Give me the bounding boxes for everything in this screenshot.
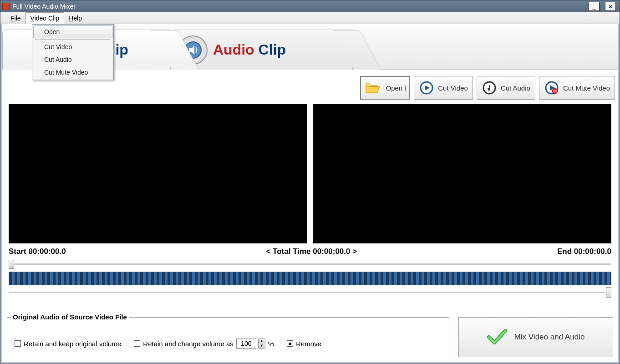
tab-audio-label: Audio Clip: [213, 41, 286, 58]
remove-checkbox[interactable]: ■ Remove: [287, 340, 321, 348]
percent-label: %: [268, 340, 274, 348]
start-time-label: Start 00:00:00.0: [9, 247, 66, 256]
cut-mute-video-label: Cut Mute Video: [563, 84, 610, 92]
retain-keep-checkbox[interactable]: Retain and keep original volume: [15, 340, 121, 348]
playhead-slider[interactable]: [9, 260, 611, 269]
range-end-slider[interactable]: [9, 287, 611, 298]
play-icon: [419, 80, 434, 96]
end-time-label: End 00:00:00.0: [557, 247, 611, 256]
mix-video-audio-button[interactable]: Mix Video and Audio: [458, 317, 613, 357]
window-controls: _ ×: [589, 2, 620, 11]
minimize-button[interactable]: _: [589, 2, 600, 11]
spin-down[interactable]: ▼: [259, 344, 265, 348]
volume-input[interactable]: [236, 339, 256, 349]
cut-video-button[interactable]: Cut Video: [414, 76, 473, 100]
checkmark-icon: [487, 328, 507, 347]
close-button[interactable]: ×: [605, 2, 616, 11]
open-label: Open: [383, 83, 406, 93]
checkbox-icon: ■: [287, 340, 293, 347]
app-window: Full Video Audio Mixer _ × File Video Cl…: [0, 0, 620, 364]
cut-mute-video-button[interactable]: Cut Mute Video: [539, 76, 615, 100]
original-audio-legend: Original Audio of Source Video File: [11, 313, 129, 321]
titlebar: Full Video Audio Mixer _ ×: [0, 0, 620, 12]
remove-label: Remove: [296, 340, 321, 348]
menubar: File Video Clip Help: [0, 12, 620, 24]
window-title: Full Video Audio Mixer: [12, 3, 76, 10]
cut-video-label: Cut Video: [438, 84, 468, 92]
dropdown-cut-video[interactable]: Cut Video: [33, 40, 112, 53]
retain-keep-label: Retain and keep original volume: [24, 340, 121, 348]
preview-row: [9, 104, 611, 243]
tab-audio-clip[interactable]: Audio Clip: [171, 30, 353, 70]
playhead-thumb[interactable]: [9, 260, 14, 269]
dropdown-open[interactable]: Open: [33, 25, 112, 38]
mute-icon: [544, 80, 559, 96]
spin-up[interactable]: ▲: [259, 339, 265, 344]
mix-label: Mix Video and Audio: [514, 333, 585, 342]
open-button[interactable]: Open: [360, 76, 411, 100]
checkbox-icon: [15, 340, 21, 347]
retain-change-checkbox[interactable]: Retain and change volume as ▲▼ %: [134, 339, 274, 349]
video-clip-dropdown: Open Cut Video Cut Audio Cut Mute Video: [32, 24, 114, 80]
spinner[interactable]: ▲▼: [258, 339, 265, 349]
music-note-icon: [482, 80, 497, 96]
total-time-label: < Total Time 00:00:00.0 >: [266, 247, 357, 256]
range-end-thumb[interactable]: [606, 287, 611, 298]
folder-open-icon: [365, 80, 380, 96]
app-icon: [2, 3, 10, 10]
dropdown-cut-audio[interactable]: Cut Audio: [33, 53, 112, 66]
range-bar[interactable]: [9, 272, 611, 285]
dropdown-cut-mute-video[interactable]: Cut Mute Video: [33, 66, 112, 79]
time-row: Start 00:00:00.0 < Total Time 00:00:00.0…: [9, 247, 611, 256]
menu-file[interactable]: File: [6, 12, 25, 24]
menu-help[interactable]: Help: [64, 12, 86, 24]
bottom-row: Original Audio of Source Video File Reta…: [7, 317, 613, 357]
checkbox-icon: [134, 340, 140, 347]
preview-right: [313, 104, 611, 243]
dropdown-separator: [35, 39, 111, 40]
volume-stepper[interactable]: ▲▼: [236, 339, 265, 349]
toolbar: Open Cut Video Cut Audio Cut Mute Vide: [360, 75, 615, 101]
cut-audio-button[interactable]: Cut Audio: [477, 76, 535, 100]
original-audio-group: Original Audio of Source Video File Reta…: [7, 317, 449, 357]
cut-audio-label: Cut Audio: [501, 84, 530, 92]
preview-left: [9, 104, 307, 243]
menu-video-clip[interactable]: Video Clip: [25, 12, 65, 24]
retain-change-label: Retain and change volume as: [143, 340, 233, 348]
